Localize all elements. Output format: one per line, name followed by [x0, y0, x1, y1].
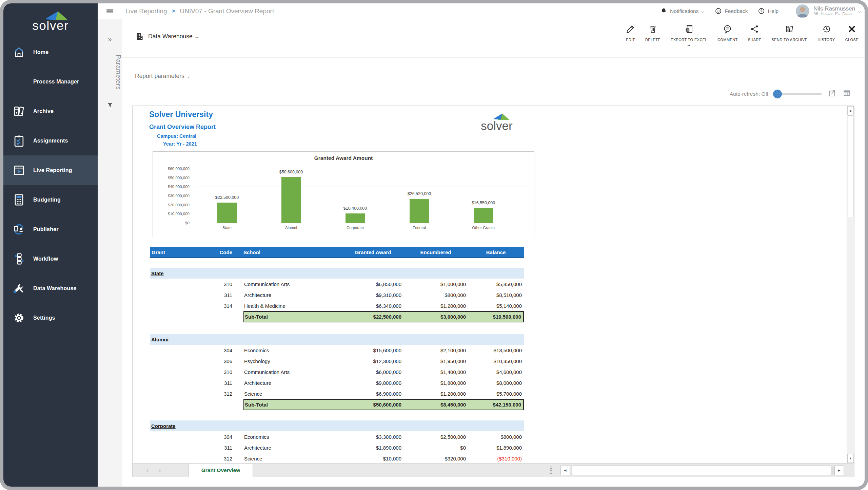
- sidebar-item-settings[interactable]: Settings: [3, 303, 98, 333]
- scroll-up-button[interactable]: ▲: [847, 106, 854, 115]
- sidebar-item-workflow[interactable]: Workflow: [3, 244, 98, 274]
- building-icon: [135, 32, 144, 41]
- sidebar-item-publisher[interactable]: Publisher: [3, 214, 98, 244]
- parameters-panel-collapsed: » Parameters: [98, 19, 122, 487]
- toolbar-action-label: COMMENT: [717, 38, 738, 42]
- section-header-state: State: [150, 268, 524, 279]
- auto-refresh-slider[interactable]: [774, 90, 822, 98]
- sidebar-item-budgeting[interactable]: Budgeting: [3, 185, 98, 214]
- share-button[interactable]: SHARE: [748, 24, 762, 46]
- toolbar-action-label: CLOSE: [845, 38, 859, 42]
- scroll-down-button[interactable]: ▼: [847, 454, 854, 463]
- report-parameters-label: Report parameters: [135, 73, 184, 80]
- table-row: 310Communication Arts$6,000,000$1,400,00…: [150, 366, 524, 377]
- report-parameters-toggle[interactable]: Report parameters ⌄: [135, 73, 191, 80]
- table-row: 310Communication Arts$6,850,000$1,000,00…: [150, 279, 524, 289]
- chart-bar-other-grants: [474, 208, 493, 223]
- grant-table: GrantCodeSchoolGranted AwardEncumberedBa…: [150, 247, 524, 463]
- sidebar-item-data-warehouse[interactable]: Data Warehouse: [3, 274, 98, 303]
- filter-icon[interactable]: [98, 102, 122, 108]
- horizontal-scrollbar[interactable]: [571, 466, 834, 475]
- school-cell: Architecture: [243, 445, 342, 451]
- publisher-icon: [12, 223, 26, 236]
- scroll-left-button[interactable]: ◀: [560, 466, 570, 475]
- scroll-right-button[interactable]: ▶: [834, 466, 844, 475]
- table-row: 311Architecture$9,800,000$1,800,000$8,00…: [150, 377, 524, 388]
- sidebar-item-live-reporting[interactable]: Live Reporting: [3, 155, 98, 185]
- slider-knob[interactable]: [773, 90, 782, 98]
- section-name: Alumni: [150, 337, 169, 342]
- breadcrumb: Live Reporting > UNIV07 - Grant Overview…: [125, 7, 274, 15]
- sidebar-item-process-manager[interactable]: Process Manager: [3, 67, 98, 96]
- chart-gridline: [193, 169, 529, 169]
- send-to-archive-button[interactable]: SEND TO ARCHIVE: [772, 24, 808, 46]
- history-icon: [822, 24, 831, 35]
- sheet-tab-grant-overview[interactable]: Grant Overview: [189, 463, 253, 477]
- svg-text:?: ?: [761, 9, 763, 13]
- code-cell: 311: [182, 445, 243, 451]
- code-cell: 312: [182, 456, 243, 461]
- sidebar-item-label: Home: [33, 49, 48, 55]
- export-to-excel-icon: [685, 24, 694, 35]
- close-button[interactable]: CLOSE: [845, 24, 859, 46]
- sidebar-item-assignments[interactable]: Assignments: [3, 126, 98, 155]
- feedback-button[interactable]: Feedback: [715, 7, 748, 15]
- report-org-title: Solver University: [149, 110, 213, 119]
- expand-panel-icon[interactable]: »: [98, 35, 122, 43]
- balance-cell: $13,500,000: [468, 347, 524, 353]
- sheet-tab-bar: ‹ › Grant Overview ◀ ▶: [133, 463, 854, 477]
- edit-button[interactable]: EDIT: [626, 24, 635, 46]
- toolbar-action-label: DELETE: [645, 38, 660, 42]
- table-row: 311Architecture$9,310,000$800,000$8,510,…: [150, 289, 524, 300]
- settings-icon: [12, 311, 26, 325]
- school-cell: Health & Medicine: [243, 303, 342, 309]
- granted-award-cell: $6,000,000: [342, 369, 403, 375]
- code-cell: 314: [182, 303, 243, 309]
- sidebar-item-archive[interactable]: Archive: [3, 96, 98, 126]
- sidebar-item-label: Publisher: [33, 226, 59, 232]
- delete-icon: [648, 24, 657, 35]
- user-chevron-down-icon[interactable]: ⌄: [856, 8, 862, 14]
- live-reporting-icon: [12, 164, 26, 177]
- toolbar-action-label: HISTORY: [817, 38, 835, 42]
- section-header-alumni: Alumni: [150, 334, 524, 345]
- table-row: 304Economics$15,600,000$2,100,000$13,500…: [150, 345, 524, 356]
- assignments-icon: [12, 134, 26, 148]
- report-main: Solver University Grant Overview Report …: [133, 106, 854, 463]
- breadcrumb-live-reporting[interactable]: Live Reporting: [125, 7, 167, 15]
- comment-button[interactable]: COMMENT: [717, 24, 738, 46]
- history-button[interactable]: HISTORY: [817, 24, 835, 46]
- horizontal-scroll-thumb[interactable]: [572, 466, 831, 475]
- hamburger-menu-icon[interactable]: [106, 8, 113, 15]
- parameters-panel-label[interactable]: Parameters: [98, 47, 122, 98]
- table-header-row: GrantCodeSchoolGranted AwardEncumberedBa…: [150, 247, 524, 258]
- user-avatar[interactable]: [796, 4, 809, 18]
- open-in-window-button[interactable]: [828, 89, 836, 99]
- delete-button[interactable]: DELETE: [645, 24, 660, 46]
- notifications-button[interactable]: Notifications ⌄: [660, 7, 705, 15]
- vertical-scroll-thumb[interactable]: [848, 115, 853, 217]
- report-campus-param: Campus: Central: [157, 133, 196, 139]
- code-cell: 310: [182, 281, 243, 287]
- school-cell: Science: [243, 391, 342, 397]
- export-to-excel-button[interactable]: EXPORT TO EXCEL⌄: [671, 24, 707, 46]
- sidebar-nav: HomeProcess ManagerArchiveAssignmentsLiv…: [3, 37, 98, 333]
- encumbered-cell: $1,400,000: [403, 369, 468, 375]
- subtotal-encumbered-cell: $3,000,000: [403, 311, 468, 322]
- subtotal-row-alumni: Sub-Total$50,600,000$8,450,000$42,150,00…: [150, 399, 524, 410]
- chart-x-tick-label: Federal: [413, 226, 426, 230]
- tab-splitter-handle[interactable]: [550, 467, 552, 474]
- topbar-divider: [788, 6, 788, 16]
- user-menu[interactable]: Nils Rasmussen 06_Higher_Ed_Demo: [813, 6, 855, 17]
- vertical-scrollbar[interactable]: ▲ ▼: [847, 106, 854, 463]
- encumbered-cell: $2,100,000: [403, 347, 468, 353]
- previous-sheet-icon[interactable]: ‹: [146, 466, 149, 475]
- data-source-selector[interactable]: Data Warehouse ⌄: [135, 32, 199, 41]
- help-button[interactable]: ? Help: [758, 7, 778, 15]
- table-row: 311Architecture$1,890,000$0$1,890,000: [150, 442, 524, 453]
- chart-gridline: [193, 187, 529, 187]
- grid-view-button[interactable]: [843, 89, 851, 99]
- report-year-param: Year: Yr - 2021: [163, 141, 197, 147]
- next-sheet-icon[interactable]: ›: [158, 466, 161, 475]
- sidebar-item-home[interactable]: Home: [3, 37, 98, 67]
